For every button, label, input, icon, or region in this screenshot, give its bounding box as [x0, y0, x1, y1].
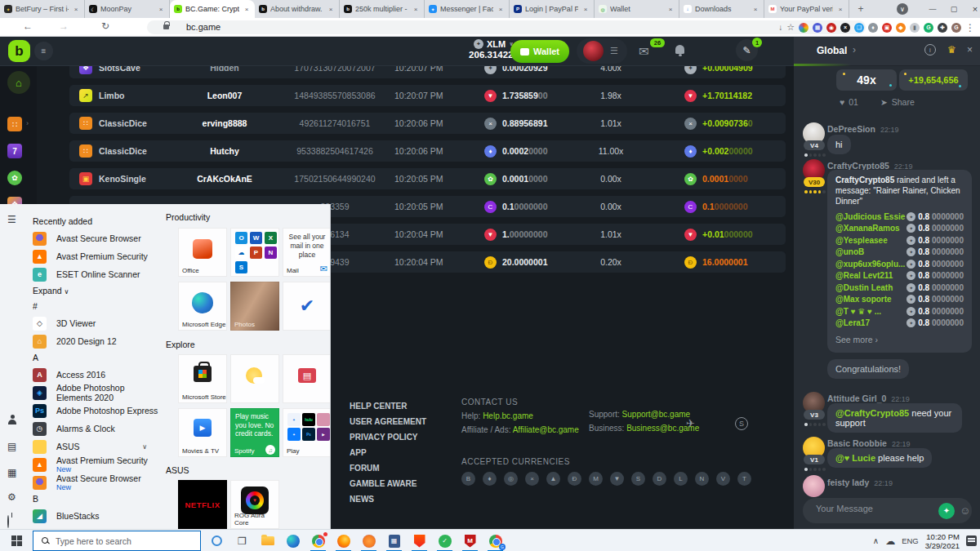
- footer-link[interactable]: NEWS: [350, 491, 426, 507]
- browser-tab[interactable]: b BC.Game: Crypto C ×: [170, 0, 255, 18]
- footer-link[interactable]: USER AGREEMENT: [350, 414, 426, 429]
- player-name[interactable]: CrAKcOkAnE: [176, 168, 274, 189]
- footer-link[interactable]: PRIVACY POLICY: [350, 429, 426, 445]
- tile-spotify[interactable]: Play music you love. No credit cards. Sp…: [230, 408, 279, 457]
- tab-close-icon[interactable]: ×: [157, 5, 165, 13]
- bet-id[interactable]: 9533882504617426: [280, 140, 390, 162]
- window-minimize-button[interactable]: —: [923, 0, 942, 18]
- back-icon[interactable]: ←: [23, 20, 33, 32]
- task-view-icon[interactable]: ❐: [229, 530, 255, 551]
- browser-tab[interactable]: P Login | PayPal Prep ×: [510, 0, 595, 18]
- chat-username[interactable]: DePreeSion22:19: [827, 124, 898, 134]
- window-close-button[interactable]: ×: [965, 0, 980, 18]
- clock[interactable]: 10:20 PM 3/29/2021: [925, 532, 960, 550]
- chat-username[interactable]: feisty lady22:19: [827, 478, 893, 487]
- tile-news[interactable]: ▤: [283, 354, 331, 403]
- slots-icon[interactable]: 7: [7, 144, 22, 158]
- see-more-link[interactable]: See more ›: [835, 335, 964, 344]
- browser-tab[interactable]: ↓ Downloads ×: [679, 0, 764, 18]
- chat-close-icon[interactable]: ×: [967, 44, 973, 56]
- help-link[interactable]: Help.bc.game: [483, 411, 533, 420]
- home-icon[interactable]: ⌂: [7, 71, 30, 94]
- calculator-icon[interactable]: ▦: [381, 530, 407, 551]
- start-app-item[interactable]: ◇ 3D Viewer: [24, 314, 158, 332]
- lottery-icon[interactable]: ✿: [7, 171, 22, 185]
- recipient-name[interactable]: @T ♥ ♛ ♥ ...: [835, 307, 881, 316]
- tab-close-icon[interactable]: ×: [836, 5, 844, 13]
- start-app-item[interactable]: Avast Secure Browser: [24, 229, 158, 247]
- bet-row[interactable]: ▣ KenoSingle CrAKcOkAnE 1750215064499024…: [69, 168, 786, 189]
- avatar[interactable]: [583, 41, 604, 61]
- chat-username[interactable]: Attitude Girl_022:19: [827, 393, 910, 403]
- start-app-item[interactable]: ◷ Alarms & Clock: [24, 420, 158, 438]
- search-input[interactable]: [56, 536, 178, 546]
- start-app-item[interactable]: ▲ Avast Premium Security New: [24, 455, 158, 473]
- mention[interactable]: @♥ Lucie: [835, 453, 875, 463]
- heart-icon[interactable]: ♥: [840, 97, 844, 107]
- browser-tab[interactable]: M Your PayPal verific ×: [764, 0, 849, 18]
- bet-id[interactable]: 492611274016751: [280, 113, 390, 134]
- player-name[interactable]: Hutchy: [176, 140, 274, 162]
- recipient-name[interactable]: @Dustin Leath: [835, 283, 893, 292]
- player-name[interactable]: Leon007: [176, 85, 274, 106]
- bet-menu-icon[interactable]: ☰: [610, 46, 618, 56]
- menu-hamburger-icon[interactable]: ☰: [7, 214, 16, 225]
- extension-icon[interactable]: ◉: [826, 23, 836, 33]
- start-app-item[interactable]: Ps Adobe Photoshop Express: [24, 402, 158, 420]
- chrome-menu-icon[interactable]: ⋮: [965, 22, 975, 33]
- settings-gear-icon[interactable]: ⚙: [7, 491, 16, 503]
- language-indicator[interactable]: ENG: [902, 536, 919, 545]
- tab-close-icon[interactable]: ×: [327, 5, 335, 13]
- browser-tab[interactable]: b 250k multiplier - Sl ×: [340, 0, 425, 18]
- start-app-item[interactable]: Avast Secure Browser New: [24, 473, 158, 491]
- tile-microsoft-store[interactable]: Microsoft Store: [178, 354, 227, 403]
- game-name[interactable]: Limbo: [99, 85, 125, 106]
- chat-tab-global[interactable]: Global: [817, 45, 847, 56]
- tile-photos[interactable]: Photos: [230, 282, 279, 331]
- info-icon[interactable]: i: [924, 44, 936, 56]
- start-app-item[interactable]: ◈ Adobe Photoshop Elements 2020: [24, 384, 158, 402]
- profile-avatar[interactable]: G: [951, 23, 961, 33]
- tile-office-live[interactable]: OWX☁PNS: [230, 228, 279, 277]
- avast-browser-icon[interactable]: [356, 530, 381, 551]
- chat-message-input[interactable]: [816, 504, 914, 513]
- tile-rog-aura-core[interactable]: ▼ ROG Aura Core: [230, 480, 279, 529]
- tab-close-icon[interactable]: ×: [751, 5, 760, 13]
- power-icon[interactable]: [7, 516, 9, 527]
- extension-icon[interactable]: [799, 23, 808, 33]
- tile-weather[interactable]: [230, 354, 279, 403]
- chat-room-chevron-icon[interactable]: ›: [853, 44, 856, 56]
- affiliate-link[interactable]: Affiliate@bc.game: [513, 425, 579, 434]
- game-name[interactable]: KenoSingle: [99, 168, 146, 189]
- footer-link[interactable]: APP: [350, 445, 426, 460]
- recipient-name[interactable]: @Max soporte: [835, 295, 892, 304]
- refresh-icon[interactable]: ↻: [101, 20, 109, 32]
- browser-tab[interactable]: ☾ MoonPay ×: [85, 0, 170, 18]
- avatar[interactable]: [803, 475, 825, 497]
- bet-row[interactable]: ∷ ClassicDice erving8888 492611274016751…: [69, 113, 786, 134]
- extension-icon[interactable]: ✚: [938, 23, 947, 33]
- padlock-icon[interactable]: [163, 24, 169, 29]
- browser-tab[interactable]: ✦ BetFury – First i-Ga ×: [0, 0, 85, 18]
- start-app-item[interactable]: ▲ Avast Premium Security: [24, 247, 158, 265]
- action-center-icon[interactable]: [966, 535, 977, 546]
- bet-row[interactable]: ∷ ClassicDice Hutchy 9533882504617426 10…: [69, 140, 786, 162]
- emoji-icon[interactable]: ☺: [960, 504, 970, 517]
- start-app-item[interactable]: ◢ BlueStacks: [24, 507, 158, 525]
- chrome-icon[interactable]: [305, 530, 331, 551]
- extension-icon[interactable]: ❏: [854, 23, 864, 33]
- cortana-icon[interactable]: [204, 530, 229, 551]
- extension-icon[interactable]: ×: [840, 23, 850, 33]
- bet-row[interactable]: ↗ Limbo Leon007 14849385570853086 10:20:…: [69, 85, 786, 106]
- mail-icon[interactable]: ✉: [639, 44, 649, 59]
- casino-dice-icon[interactable]: ∷: [7, 117, 22, 131]
- forward-icon[interactable]: →: [59, 20, 69, 32]
- wallet-button[interactable]: Wallet: [510, 40, 569, 63]
- rain-user[interactable]: CraftyCrypto85: [835, 176, 894, 184]
- tab-close-icon[interactable]: ×: [497, 5, 505, 13]
- recipient-name[interactable]: @unoB: [835, 247, 864, 256]
- mcafee-icon[interactable]: M: [457, 530, 483, 551]
- recipient-name[interactable]: @xup6ux96oplu...: [835, 260, 905, 269]
- telegram-icon[interactable]: ✈: [686, 417, 695, 429]
- taskbar-search[interactable]: [33, 531, 201, 551]
